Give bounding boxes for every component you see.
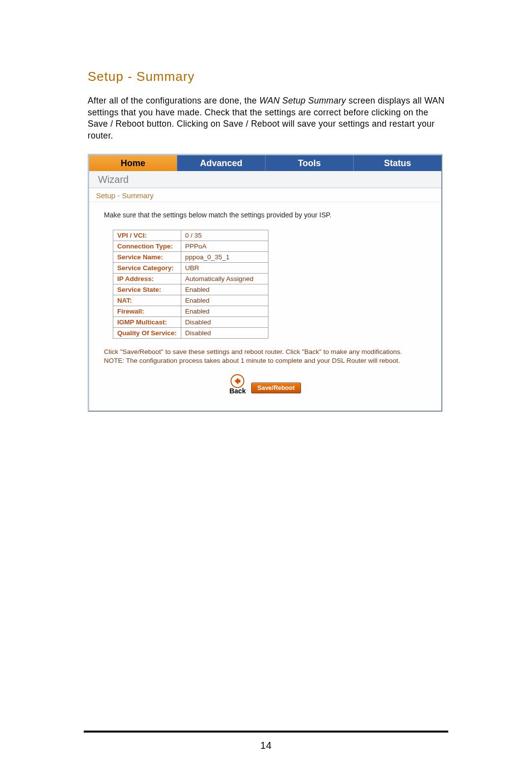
setting-label: NAT: xyxy=(113,295,181,306)
table-row: Firewall: Enabled xyxy=(113,306,268,316)
main-nav-tabs: Home Advanced Tools Status xyxy=(89,155,441,171)
footer-note-line2: NOTE: The configuration process takes ab… xyxy=(104,357,400,364)
intro-paragraph: After all of the configurations are done… xyxy=(88,95,448,142)
setting-value: pppoa_0_35_1 xyxy=(181,251,268,262)
breadcrumb: Setup - Summary xyxy=(89,188,441,202)
subnav-wizard[interactable]: Wizard xyxy=(98,174,129,185)
setting-label: Service Name: xyxy=(113,251,181,262)
table-row: Connection Type: PPPoA xyxy=(113,241,268,251)
setting-label: Connection Type: xyxy=(113,241,181,251)
panel-body: Make sure that the settings below match … xyxy=(89,202,441,411)
tab-status[interactable]: Status xyxy=(354,155,441,171)
setting-value: Automatically Assigned xyxy=(181,273,268,284)
back-button-label: Back xyxy=(230,387,246,395)
settings-table: VPI / VCI: 0 / 35 Connection Type: PPPoA… xyxy=(113,230,268,339)
setting-label: Service State: xyxy=(113,284,181,295)
setting-value: Disabled xyxy=(181,327,268,338)
footer-note: Click "Save/Reboot" to save these settin… xyxy=(104,348,427,365)
setting-label: Quality Of Service: xyxy=(113,327,181,338)
setting-value: Disabled xyxy=(181,316,268,327)
setting-value: Enabled xyxy=(181,306,268,316)
setting-value: Enabled xyxy=(181,295,268,306)
subnav-bar: Wizard xyxy=(89,171,441,188)
table-row: IP Address: Automatically Assigned xyxy=(113,273,268,284)
back-button[interactable]: Back xyxy=(230,374,246,395)
setting-label: Firewall: xyxy=(113,306,181,316)
intro-text-pre: After all of the configurations are done… xyxy=(88,96,259,105)
footer-note-line1: Click "Save/Reboot" to save these settin… xyxy=(104,348,402,355)
tab-tools[interactable]: Tools xyxy=(266,155,354,171)
isp-instruction: Make sure that the settings below match … xyxy=(104,211,427,219)
setting-label: VPI / VCI: xyxy=(113,230,181,241)
back-arrow-icon xyxy=(231,374,244,388)
table-row: Service Category: UBR xyxy=(113,262,268,273)
button-row: Back Save/Reboot xyxy=(104,374,427,395)
setting-label: IGMP Multicast: xyxy=(113,316,181,327)
tab-advanced[interactable]: Advanced xyxy=(177,155,266,171)
tab-home[interactable]: Home xyxy=(89,155,177,171)
setting-value: PPPoA xyxy=(181,241,268,251)
setting-label: Service Category: xyxy=(113,262,181,273)
table-row: Service State: Enabled xyxy=(113,284,268,295)
setting-value: 0 / 35 xyxy=(181,230,268,241)
page-number: 14 xyxy=(0,740,532,751)
setting-value: Enabled xyxy=(181,284,268,295)
table-row: Quality Of Service: Disabled xyxy=(113,327,268,338)
table-row: VPI / VCI: 0 / 35 xyxy=(113,230,268,241)
save-reboot-button[interactable]: Save/Reboot xyxy=(251,383,301,393)
section-title: Setup - Summary xyxy=(88,69,448,84)
table-row: Service Name: pppoa_0_35_1 xyxy=(113,251,268,262)
table-row: NAT: Enabled xyxy=(113,295,268,306)
page-footer-rule xyxy=(84,731,448,733)
setting-label: IP Address: xyxy=(113,273,181,284)
setting-value: UBR xyxy=(181,262,268,273)
router-screenshot: Home Advanced Tools Status Wizard Setup … xyxy=(88,154,442,412)
intro-text-em: WAN Setup Summary xyxy=(259,96,346,105)
table-row: IGMP Multicast: Disabled xyxy=(113,316,268,327)
